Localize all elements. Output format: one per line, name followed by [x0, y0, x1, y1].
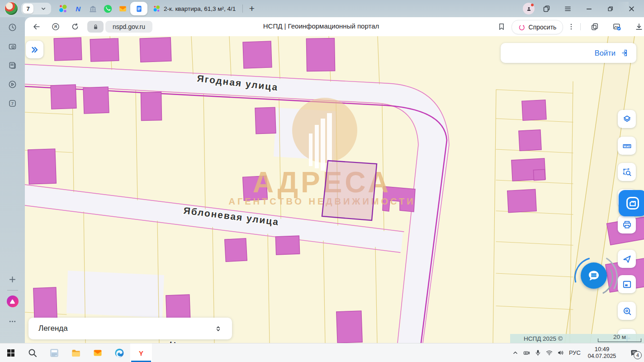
building	[33, 287, 57, 319]
pinned-tab-avito-icon[interactable]	[57, 3, 69, 14]
ask-ai-button[interactable]: Спросить	[511, 20, 563, 34]
print-tool-button[interactable]	[618, 215, 636, 233]
login-panel[interactable]: Войти	[501, 43, 636, 63]
whatsapp-icon	[103, 4, 113, 14]
svg-text:7: 7	[11, 101, 14, 106]
taskbar-search-icon	[27, 348, 38, 358]
building	[225, 238, 247, 262]
taskbar-app-taskbar-mail-icon[interactable]	[87, 343, 109, 362]
minimize-icon	[585, 5, 593, 13]
legend-label: Легенда	[38, 324, 68, 333]
svg-text:Я: Я	[54, 24, 57, 29]
selected-parcel[interactable]	[322, 161, 377, 220]
object-search-tool	[622, 306, 632, 316]
toolbar-extension-copy-icon[interactable]	[589, 21, 600, 32]
layers-tool	[622, 114, 632, 124]
building	[519, 130, 541, 151]
building	[255, 107, 276, 134]
chat-bubble-icon	[586, 268, 601, 283]
tray-tray-device-icon[interactable]	[521, 343, 532, 362]
profile-avatar[interactable]	[5, 2, 18, 15]
white-parcel-2	[66, 271, 164, 318]
sidebar-video-icon[interactable]	[0, 75, 25, 93]
sidebar-screenshot-icon[interactable]	[0, 37, 25, 55]
taskbar-app-explorer-icon[interactable]	[65, 343, 87, 362]
pinned-tab-yandex-n-icon[interactable]: N	[72, 3, 84, 14]
object-panel-badge[interactable]	[619, 190, 644, 216]
minimap-tool-button[interactable]	[618, 275, 636, 293]
video-icon	[8, 80, 17, 89]
login-label: Войти	[595, 49, 616, 57]
window-control-close-icon[interactable]	[626, 3, 637, 14]
taskbar-app-taskbar-search-icon[interactable]	[22, 343, 43, 362]
active-pinned-tab[interactable]	[130, 2, 147, 15]
address-bar[interactable]: nspd.gov.ru	[105, 21, 152, 33]
explorer-icon	[71, 348, 81, 358]
tray-tray-mic-icon[interactable]	[532, 343, 544, 362]
screen: 7 N 2-к. квартира, 61,3 м², 4/1 + 7 Я ns…	[0, 0, 644, 362]
watermark-logo-bar	[309, 133, 313, 166]
notification-button[interactable]: 4	[624, 343, 644, 362]
tray-tray-up-icon[interactable]	[510, 343, 521, 362]
navigate-tool-button[interactable]	[618, 250, 636, 268]
sidebar-tab-counter-icon[interactable]: 7	[0, 94, 25, 112]
sidebar-bottom-icons	[0, 270, 25, 330]
sidebar-history-icon[interactable]	[0, 18, 25, 36]
pinned-tab-bank-icon[interactable]	[87, 3, 99, 14]
menu-icon	[564, 5, 572, 13]
back-button[interactable]	[31, 21, 42, 32]
more-options-button[interactable]	[566, 21, 577, 32]
new-tab-button[interactable]: +	[246, 3, 258, 14]
taskbar-clock[interactable]: 10:49 04.07.2025	[584, 346, 620, 360]
pinned-tab-whatsapp-icon[interactable]	[102, 3, 114, 14]
windows-taskbar: Y РУС 10:49 04.07.2025 4	[0, 343, 644, 362]
attribution-text: НСПД 2025 ©	[524, 335, 563, 342]
tab-count: 7	[23, 4, 33, 14]
taskbar-app-windows-start-icon[interactable]	[0, 343, 22, 362]
layers-tool-button[interactable]	[618, 110, 636, 128]
window-control-menu-icon[interactable]	[562, 3, 573, 14]
taskbar-app-edge-icon[interactable]	[109, 343, 130, 362]
tray-wifi-icon	[545, 349, 553, 357]
secure-lock-pill[interactable]	[87, 21, 104, 33]
language-indicator[interactable]: РУС	[569, 349, 581, 356]
window-control-minimize-icon[interactable]	[583, 3, 594, 14]
sidebar-alice-button[interactable]	[0, 292, 25, 310]
tray-time: 10:49	[584, 346, 620, 353]
tray-device-icon	[523, 349, 530, 357]
extension-avatar-button[interactable]	[523, 3, 535, 14]
map-canvas[interactable]: АДРЕСААГЕНТСТВО НЕДВИЖИМОСТИЯгодная улиц…	[25, 36, 644, 343]
object-search-tool-button[interactable]	[618, 302, 636, 320]
bookmark-button[interactable]	[496, 21, 507, 32]
sidebar-feed-icon[interactable]	[0, 56, 25, 74]
window-controls	[541, 3, 637, 14]
toolbar-download-icon[interactable]	[634, 21, 644, 32]
yandex-home-button[interactable]: Я	[50, 21, 61, 32]
refresh-button[interactable]	[70, 21, 80, 32]
taskbar-app-yandex-browser-icon[interactable]: Y	[130, 343, 152, 362]
collapse-expand-icon[interactable]	[214, 325, 222, 333]
chat-button[interactable]	[581, 262, 607, 289]
toolbar-screenshot-check-icon[interactable]	[611, 21, 622, 32]
tray-tray-volume-icon[interactable]	[555, 343, 566, 362]
taskbar-mail-icon	[92, 348, 103, 358]
expand-panel-button[interactable]	[26, 41, 43, 58]
sidebar-more-icon[interactable]	[0, 312, 25, 330]
window-control-tabs-panel-icon[interactable]	[541, 3, 552, 14]
window-control-restore-icon[interactable]	[605, 3, 616, 14]
tray-up-icon	[511, 349, 519, 357]
pinned-tab-mail-icon[interactable]	[117, 3, 128, 14]
page-title: НСПД | Геоинформационный портал	[231, 22, 412, 30]
tab-counter-button[interactable]: 7	[21, 3, 51, 14]
taskbar-app-app-window-icon[interactable]	[43, 343, 65, 362]
sidebar-plus-icon[interactable]	[0, 270, 25, 288]
tray-tray-wifi-icon[interactable]	[544, 343, 555, 362]
ruler-tool-button[interactable]	[618, 137, 636, 155]
area-search-tool-button[interactable]	[618, 163, 636, 181]
download-icon	[635, 22, 644, 31]
tab-apartment-listing[interactable]: 2-к. квартира, 61,3 м², 4/1	[151, 2, 243, 15]
yandex-browser-icon: Y	[136, 348, 147, 358]
yandex-n-icon: N	[73, 4, 83, 14]
legend-panel[interactable]: Легенда	[28, 318, 232, 339]
building	[83, 87, 109, 114]
